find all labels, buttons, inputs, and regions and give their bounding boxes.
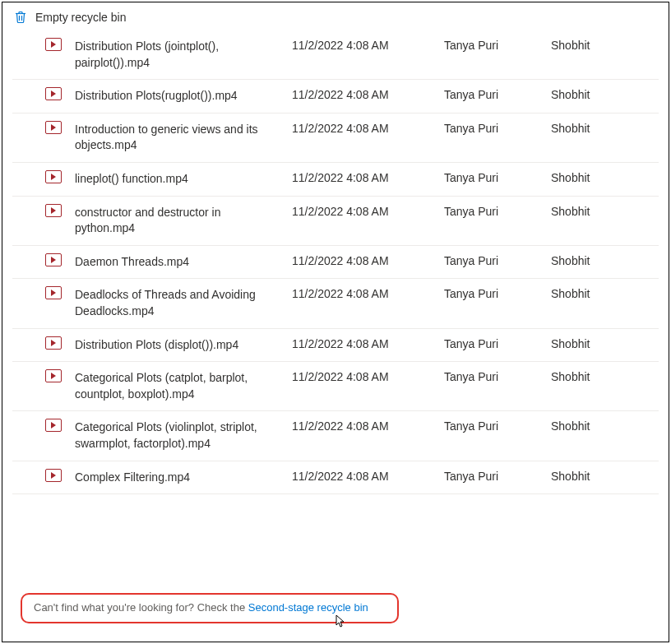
date-deleted: 11/2/2022 4:08 AM: [287, 411, 439, 461]
toolbar: Empty recycle bin: [2, 2, 669, 30]
table-row[interactable]: Categorical Plots (violinplot, striplot,…: [12, 411, 659, 461]
file-name[interactable]: Distribution Plots (jointplot(), pairplo…: [70, 30, 287, 80]
deleted-by: Tanya Puri: [439, 411, 546, 461]
file-name[interactable]: Deadlocks of Threads and Avoiding Deadlo…: [70, 279, 287, 328]
file-name[interactable]: Distribution Plots (displot()).mp4: [70, 328, 287, 362]
file-name[interactable]: Categorical Plots (violinplot, striplot,…: [70, 411, 287, 461]
created-by: Shobhit: [546, 328, 659, 362]
date-deleted: 11/2/2022 4:08 AM: [287, 162, 439, 196]
video-icon: [45, 369, 62, 382]
file-type-cell: [37, 196, 70, 245]
table-row[interactable]: Distribution Plots(rugplot()).mp411/2/20…: [12, 80, 659, 114]
footer-text: Can't find what you're looking for? Chec…: [34, 601, 248, 614]
created-by: Shobhit: [546, 461, 659, 494]
file-type-cell: [37, 80, 70, 114]
row-select-cell[interactable]: [12, 162, 37, 196]
video-icon: [45, 170, 62, 183]
row-select-cell[interactable]: [12, 196, 37, 245]
table-row[interactable]: Distribution Plots (jointplot(), pairplo…: [12, 30, 659, 80]
deleted-by: Tanya Puri: [439, 30, 546, 80]
row-select-cell[interactable]: [12, 411, 37, 461]
date-deleted: 11/2/2022 4:08 AM: [287, 30, 439, 80]
deleted-by: Tanya Puri: [439, 162, 546, 196]
date-deleted: 11/2/2022 4:08 AM: [287, 113, 439, 162]
created-by: Shobhit: [546, 196, 659, 245]
second-stage-recycle-bin-link[interactable]: Second-stage recycle bin: [248, 601, 368, 614]
video-icon: [45, 286, 62, 299]
trash-icon: [14, 11, 27, 24]
table-row[interactable]: Categorical Plots (catplot, barplot, cou…: [12, 362, 659, 411]
file-name[interactable]: lineplot() function.mp4: [70, 162, 287, 196]
deleted-by: Tanya Puri: [439, 80, 546, 114]
created-by: Shobhit: [546, 411, 659, 461]
deleted-by: Tanya Puri: [439, 461, 546, 494]
row-select-cell[interactable]: [12, 30, 37, 80]
table-row[interactable]: Complex Filtering.mp411/2/2022 4:08 AMTa…: [12, 461, 659, 494]
date-deleted: 11/2/2022 4:08 AM: [287, 80, 439, 114]
table-row[interactable]: Distribution Plots (displot()).mp411/2/2…: [12, 328, 659, 362]
created-by: Shobhit: [546, 245, 659, 279]
file-name[interactable]: constructor and destructor in python.mp4: [70, 196, 287, 245]
video-icon: [45, 87, 62, 100]
file-name[interactable]: Introduction to generic views and its ob…: [70, 113, 287, 162]
file-name[interactable]: Daemon Threads.mp4: [70, 245, 287, 279]
second-stage-callout: Can't find what you're looking for? Chec…: [21, 593, 399, 623]
row-select-cell[interactable]: [12, 113, 37, 162]
table-row[interactable]: constructor and destructor in python.mp4…: [12, 196, 659, 245]
video-icon: [45, 121, 62, 134]
video-icon: [45, 419, 62, 432]
row-select-cell[interactable]: [12, 80, 37, 114]
video-icon: [45, 38, 62, 51]
created-by: Shobhit: [546, 113, 659, 162]
video-icon: [45, 204, 62, 217]
table-row[interactable]: lineplot() function.mp411/2/2022 4:08 AM…: [12, 162, 659, 196]
file-type-cell: [37, 113, 70, 162]
file-type-cell: [37, 411, 70, 461]
file-type-cell: [37, 279, 70, 328]
file-type-cell: [37, 162, 70, 196]
file-name[interactable]: Distribution Plots(rugplot()).mp4: [70, 80, 287, 114]
recycle-bin-panel: Empty recycle bin Distribution Plots (jo…: [2, 2, 669, 642]
deleted-by: Tanya Puri: [439, 245, 546, 279]
file-type-cell: [37, 245, 70, 279]
row-select-cell[interactable]: [12, 328, 37, 362]
file-list: Distribution Plots (jointplot(), pairplo…: [2, 30, 669, 578]
video-icon: [45, 253, 62, 266]
file-type-cell: [37, 362, 70, 411]
row-select-cell[interactable]: [12, 461, 37, 494]
date-deleted: 11/2/2022 4:08 AM: [287, 328, 439, 362]
created-by: Shobhit: [546, 80, 659, 114]
row-select-cell[interactable]: [12, 245, 37, 279]
deleted-by: Tanya Puri: [439, 196, 546, 245]
date-deleted: 11/2/2022 4:08 AM: [287, 245, 439, 279]
date-deleted: 11/2/2022 4:08 AM: [287, 362, 439, 411]
cursor-icon: [333, 614, 346, 633]
date-deleted: 11/2/2022 4:08 AM: [287, 196, 439, 245]
deleted-by: Tanya Puri: [439, 279, 546, 328]
deleted-by: Tanya Puri: [439, 328, 546, 362]
file-type-cell: [37, 328, 70, 362]
empty-recycle-bin-button[interactable]: Empty recycle bin: [35, 11, 126, 24]
table-row[interactable]: Introduction to generic views and its ob…: [12, 113, 659, 162]
created-by: Shobhit: [546, 30, 659, 80]
table-row[interactable]: Deadlocks of Threads and Avoiding Deadlo…: [12, 279, 659, 328]
footer: Can't find what you're looking for? Chec…: [2, 578, 669, 642]
video-icon: [45, 469, 62, 482]
file-type-cell: [37, 30, 70, 80]
file-name[interactable]: Complex Filtering.mp4: [70, 461, 287, 494]
row-select-cell[interactable]: [12, 279, 37, 328]
video-icon: [45, 336, 62, 350]
deleted-by: Tanya Puri: [439, 113, 546, 162]
date-deleted: 11/2/2022 4:08 AM: [287, 461, 439, 494]
table-row[interactable]: Daemon Threads.mp411/2/2022 4:08 AMTanya…: [12, 245, 659, 279]
created-by: Shobhit: [546, 279, 659, 328]
deleted-by: Tanya Puri: [439, 362, 546, 411]
created-by: Shobhit: [546, 162, 659, 196]
file-name[interactable]: Categorical Plots (catplot, barplot, cou…: [70, 362, 287, 411]
file-type-cell: [37, 461, 70, 494]
date-deleted: 11/2/2022 4:08 AM: [287, 279, 439, 328]
row-select-cell[interactable]: [12, 362, 37, 411]
created-by: Shobhit: [546, 362, 659, 411]
